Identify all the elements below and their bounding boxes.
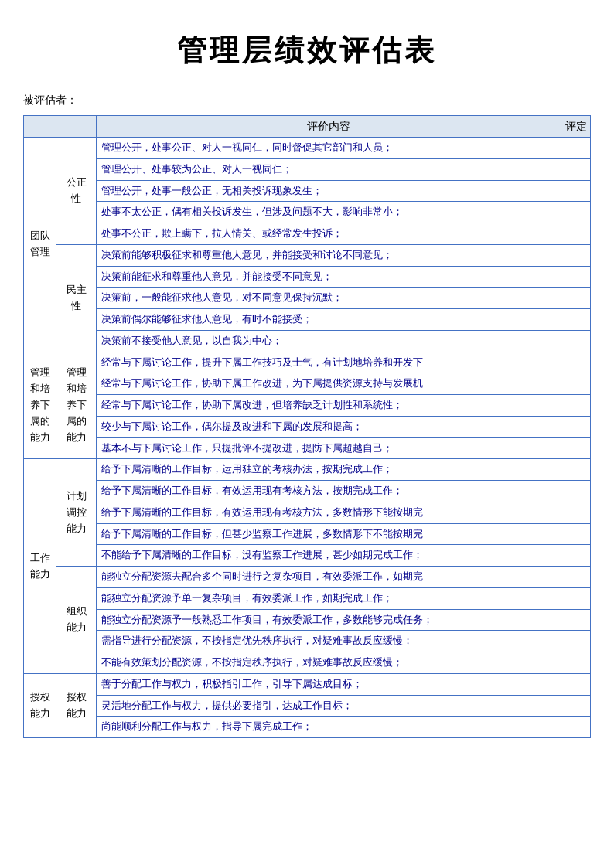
category1-cell: 工作能力 [24, 459, 56, 674]
table-row: 管理公开，处事一般公正，无相关投诉现象发生； [24, 180, 591, 202]
content-cell: 给予下属清晰的工作目标，有效运用现有考核方法，多数情形下能按期完 [97, 502, 561, 523]
content-cell: 灵活地分配工作与权力，提供必要指引，达成工作目标； [97, 695, 561, 717]
content-cell: 善于分配工作与权力，积极指引工作，引导下属达成目标； [97, 673, 561, 695]
table-row: 较少与下属讨论工作，偶尔提及改进和下属的发展和提高； [24, 416, 591, 437]
rating-cell [561, 459, 591, 481]
content-cell: 需指导进行分配资源，不按指定优先秩序执行，对疑难事故反应缓慢； [97, 631, 561, 652]
table-header: 评价内容 评定 [24, 116, 591, 138]
content-cell: 能独立分配资源予单一复杂项目，有效委派工作，如期完成工作； [97, 587, 561, 609]
table-row: 管理和培养下属的能力管理和培养下属的能力经常与下属讨论工作，提升下属工作技巧及士… [24, 352, 591, 373]
subject-label: 被评估者： [23, 94, 77, 107]
rating-cell [561, 223, 591, 245]
rating-cell [561, 717, 591, 738]
content-cell: 尚能顺利分配工作与权力，指导下属完成工作； [97, 717, 561, 738]
rating-cell [561, 244, 591, 266]
rating-cell [561, 481, 591, 502]
rating-cell [561, 631, 591, 652]
subcategory-cell: 民主性 [56, 244, 97, 352]
table-row: 团队管理公正性管理公开，处事公正、对人一视同仁，同时督促其它部门和人员； [24, 138, 591, 159]
table-row: 基本不与下属讨论工作，只提批评不提改进，提防下属超越自己； [24, 437, 591, 459]
content-cell: 基本不与下属讨论工作，只提批评不提改进，提防下属超越自己； [97, 437, 561, 459]
table-row: 不能有效策划分配资源，不按指定秩序执行，对疑难事故反应缓慢； [24, 652, 591, 674]
rating-cell [561, 352, 591, 373]
content-cell: 决策前偶尔能够征求他人意见，有时不能接受； [97, 309, 561, 331]
content-cell: 处事不太公正，偶有相关投诉发生，但涉及问题不大，影响非常小； [97, 202, 561, 223]
rating-cell [561, 437, 591, 459]
table-row: 尚能顺利分配工作与权力，指导下属完成工作； [24, 717, 591, 738]
category1-cell: 管理和培养下属的能力 [24, 352, 56, 459]
rating-cell [561, 587, 591, 609]
table-row: 授权能力授权能力善于分配工作与权力，积极指引工作，引导下属达成目标； [24, 673, 591, 695]
rating-cell [561, 652, 591, 674]
content-cell: 决策前，一般能征求他人意见，对不同意见保持沉默； [97, 288, 561, 309]
rating-cell [561, 609, 591, 631]
rating-cell [561, 288, 591, 309]
subcategory-cell: 计划调控能力 [56, 459, 97, 567]
table-row: 灵活地分配工作与权力，提供必要指引，达成工作目标； [24, 695, 591, 717]
rating-cell [561, 202, 591, 223]
subcategory-cell: 管理和培养下属的能力 [56, 352, 97, 459]
table-row: 经常与下属讨论工作，协助下属工作改进，为下属提供资源支持与发展机 [24, 373, 591, 395]
header-col4: 评定 [561, 116, 591, 138]
table-row: 给予下属清晰的工作目标，有效运用现有考核方法，按期完成工作； [24, 481, 591, 502]
rating-cell [561, 567, 591, 588]
table-row: 经常与下属讨论工作，协助下属改进，但培养缺乏计划性和系统性； [24, 395, 591, 417]
rating-cell [561, 395, 591, 417]
rating-cell [561, 180, 591, 202]
content-cell: 决策前不接受他人意见，以自我为中心； [97, 330, 561, 352]
content-cell: 处事不公正，欺上瞒下，拉人情关、或经常发生投诉； [97, 223, 561, 245]
page-title: 管理层绩效评估表 [23, 31, 591, 70]
content-cell: 不能给予下属清晰的工作目标，没有监察工作进展，甚少如期完成工作； [97, 545, 561, 567]
table-row: 民主性决策前能够积极征求和尊重他人意见，并能接受和讨论不同意见； [24, 244, 591, 266]
table-row: 决策前能征求和尊重他人意见，并能接受不同意见； [24, 266, 591, 288]
table-row: 给予下属清晰的工作目标，但甚少监察工作进展，多数情形下不能按期完 [24, 523, 591, 545]
header-col2 [56, 116, 97, 138]
table-row: 工作能力计划调控能力给予下属清晰的工作目标，运用独立的考核办法，按期完成工作； [24, 459, 591, 481]
content-cell: 经常与下属讨论工作，提升下属工作技巧及士气，有计划地培养和开发下 [97, 352, 561, 373]
content-cell: 不能有效策划分配资源，不按指定秩序执行，对疑难事故反应缓慢； [97, 652, 561, 674]
table-row: 处事不公正，欺上瞒下，拉人情关、或经常发生投诉； [24, 223, 591, 245]
content-cell: 给予下属清晰的工作目标，但甚少监察工作进展，多数情形下不能按期完 [97, 523, 561, 545]
category1-cell: 授权能力 [24, 673, 56, 737]
rating-cell [561, 545, 591, 567]
table-row: 处事不太公正，偶有相关投诉发生，但涉及问题不大，影响非常小； [24, 202, 591, 223]
rating-cell [561, 158, 591, 180]
rating-cell [561, 266, 591, 288]
rating-cell [561, 330, 591, 352]
rating-cell [561, 416, 591, 437]
table-row: 管理公开、处事较为公正、对人一视同仁； [24, 158, 591, 180]
content-cell: 经常与下属讨论工作，协助下属工作改进，为下属提供资源支持与发展机 [97, 373, 561, 395]
table-row: 能独立分配资源予一般熟悉工作项目，有效委派工作，多数能够完成任务； [24, 609, 591, 631]
content-cell: 决策前能征求和尊重他人意见，并能接受不同意见； [97, 266, 561, 288]
content-cell: 管理公开、处事较为公正、对人一视同仁； [97, 158, 561, 180]
content-cell: 给予下属清晰的工作目标，有效运用现有考核方法，按期完成工作； [97, 481, 561, 502]
table-row: 给予下属清晰的工作目标，有效运用现有考核方法，多数情形下能按期完 [24, 502, 591, 523]
rating-cell [561, 502, 591, 523]
evaluation-table: 评价内容 评定 团队管理公正性管理公开，处事公正、对人一视同仁，同时督促其它部门… [23, 115, 591, 738]
content-cell: 较少与下属讨论工作，偶尔提及改进和下属的发展和提高； [97, 416, 561, 437]
content-cell: 决策前能够积极征求和尊重他人意见，并能接受和讨论不同意见； [97, 244, 561, 266]
subcategory-cell: 公正性 [56, 138, 97, 245]
subject-line: 被评估者： [23, 94, 591, 107]
header-col3: 评价内容 [97, 116, 561, 138]
table-row: 决策前偶尔能够征求他人意见，有时不能接受； [24, 309, 591, 331]
content-cell: 管理公开，处事一般公正，无相关投诉现象发生； [97, 180, 561, 202]
rating-cell [561, 373, 591, 395]
content-cell: 能独立分配资源予一般熟悉工作项目，有效委派工作，多数能够完成任务； [97, 609, 561, 631]
rating-cell [561, 695, 591, 717]
content-cell: 给予下属清晰的工作目标，运用独立的考核办法，按期完成工作； [97, 459, 561, 481]
subcategory-cell: 授权能力 [56, 673, 97, 737]
table-row: 决策前，一般能征求他人意见，对不同意见保持沉默； [24, 288, 591, 309]
subcategory-cell: 组织能力 [56, 567, 97, 674]
rating-cell [561, 673, 591, 695]
content-cell: 管理公开，处事公正、对人一视同仁，同时督促其它部门和人员； [97, 138, 561, 159]
content-cell: 经常与下属讨论工作，协助下属改进，但培养缺乏计划性和系统性； [97, 395, 561, 417]
header-col1 [24, 116, 56, 138]
table-row: 组织能力能独立分配资源去配合多个同时进行之复杂项目，有效委派工作，如期完 [24, 567, 591, 588]
table-row: 决策前不接受他人意见，以自我为中心； [24, 330, 591, 352]
table-row: 需指导进行分配资源，不按指定优先秩序执行，对疑难事故反应缓慢； [24, 631, 591, 652]
rating-cell [561, 138, 591, 159]
table-row: 不能给予下属清晰的工作目标，没有监察工作进展，甚少如期完成工作； [24, 545, 591, 567]
subject-value [81, 94, 174, 107]
rating-cell [561, 309, 591, 331]
